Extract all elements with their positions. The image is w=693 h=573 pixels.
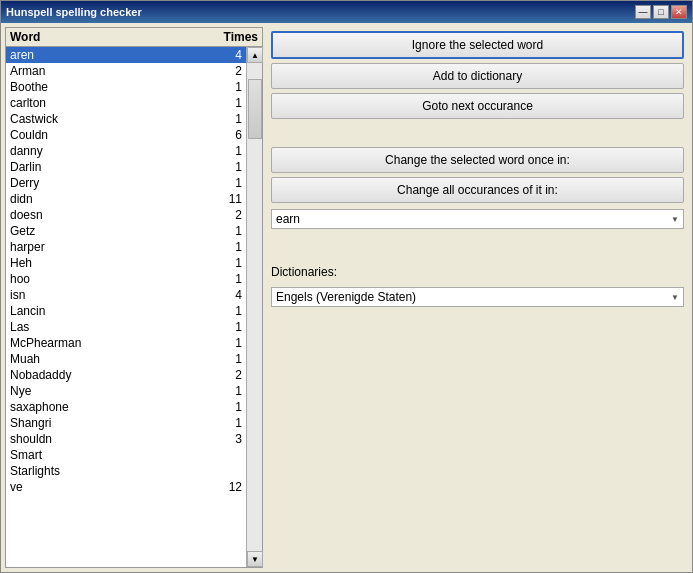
times-cell: 1 bbox=[192, 256, 242, 270]
word-row[interactable]: ve12 bbox=[6, 479, 246, 495]
word-cell: aren bbox=[10, 48, 192, 62]
word-list-panel: Word Times aren4Arman2Boothe1carlton1Cas… bbox=[5, 27, 263, 568]
word-row[interactable]: Heh1 bbox=[6, 255, 246, 271]
word-row[interactable]: Nye1 bbox=[6, 383, 246, 399]
times-cell: 1 bbox=[192, 304, 242, 318]
word-row[interactable]: Muah1 bbox=[6, 351, 246, 367]
times-cell: 4 bbox=[192, 288, 242, 302]
word-cell: Derry bbox=[10, 176, 192, 190]
word-cell: Arman bbox=[10, 64, 192, 78]
header-word: Word bbox=[10, 30, 208, 44]
times-cell: 1 bbox=[192, 400, 242, 414]
word-list[interactable]: aren4Arman2Boothe1carlton1Castwick1Could… bbox=[6, 47, 246, 567]
word-row[interactable]: Starlights bbox=[6, 463, 246, 479]
times-cell: 1 bbox=[192, 336, 242, 350]
word-row[interactable]: shouldn3 bbox=[6, 431, 246, 447]
word-row[interactable]: Derry1 bbox=[6, 175, 246, 191]
word-row[interactable]: carlton1 bbox=[6, 95, 246, 111]
times-cell: 1 bbox=[192, 160, 242, 174]
word-cell: hoo bbox=[10, 272, 192, 286]
word-row[interactable]: Shangri1 bbox=[6, 415, 246, 431]
times-cell bbox=[192, 448, 242, 462]
times-cell: 1 bbox=[192, 80, 242, 94]
window-content: Word Times aren4Arman2Boothe1carlton1Cas… bbox=[1, 23, 692, 572]
scroll-down-btn[interactable]: ▼ bbox=[247, 551, 263, 567]
change-all-button[interactable]: Change all occurances of it in: bbox=[271, 177, 684, 203]
add-dictionary-button[interactable]: Add to dictionary bbox=[271, 63, 684, 89]
goto-next-button[interactable]: Goto next occurance bbox=[271, 93, 684, 119]
title-bar: Hunspell spelling checker — □ ✕ bbox=[1, 1, 692, 23]
word-list-header: Word Times bbox=[6, 28, 262, 47]
word-cell: didn bbox=[10, 192, 192, 206]
word-cell: isn bbox=[10, 288, 192, 302]
word-cell: Nye bbox=[10, 384, 192, 398]
word-cell: Las bbox=[10, 320, 192, 334]
scroll-thumb[interactable] bbox=[248, 79, 262, 139]
word-row[interactable]: harper1 bbox=[6, 239, 246, 255]
times-cell: 1 bbox=[192, 176, 242, 190]
word-cell: Lancin bbox=[10, 304, 192, 318]
word-cell: carlton bbox=[10, 96, 192, 110]
times-cell: 3 bbox=[192, 432, 242, 446]
times-cell: 1 bbox=[192, 144, 242, 158]
times-cell: 1 bbox=[192, 224, 242, 238]
times-cell bbox=[192, 464, 242, 478]
spacer1 bbox=[271, 123, 684, 143]
suggestion-value: earn bbox=[276, 212, 671, 226]
word-row[interactable]: Darlin1 bbox=[6, 159, 246, 175]
scroll-track[interactable] bbox=[247, 63, 262, 551]
word-row[interactable]: Arman2 bbox=[6, 63, 246, 79]
word-row[interactable]: Boothe1 bbox=[6, 79, 246, 95]
maximize-button[interactable]: □ bbox=[653, 5, 669, 19]
word-row[interactable]: McPhearman1 bbox=[6, 335, 246, 351]
word-row[interactable]: Nobadaddy2 bbox=[6, 367, 246, 383]
times-cell: 2 bbox=[192, 368, 242, 382]
suggestion-arrow: ▼ bbox=[671, 215, 679, 224]
times-cell: 1 bbox=[192, 112, 242, 126]
word-row[interactable]: Castwick1 bbox=[6, 111, 246, 127]
word-row[interactable]: Getz1 bbox=[6, 223, 246, 239]
word-cell: danny bbox=[10, 144, 192, 158]
word-row[interactable]: isn4 bbox=[6, 287, 246, 303]
times-cell: 1 bbox=[192, 272, 242, 286]
times-cell: 4 bbox=[192, 48, 242, 62]
word-cell: ve bbox=[10, 480, 192, 494]
scrollbar[interactable]: ▲ ▼ bbox=[246, 47, 262, 567]
word-row[interactable]: didn11 bbox=[6, 191, 246, 207]
spacer2 bbox=[271, 233, 684, 253]
word-cell: saxaphone bbox=[10, 400, 192, 414]
header-times: Times bbox=[208, 30, 258, 44]
word-row[interactable]: Couldn6 bbox=[6, 127, 246, 143]
suggestion-dropdown[interactable]: earn ▼ bbox=[271, 209, 684, 229]
word-row[interactable]: aren4 bbox=[6, 47, 246, 63]
word-cell: Darlin bbox=[10, 160, 192, 174]
dictionary-arrow: ▼ bbox=[671, 293, 679, 302]
times-cell: 1 bbox=[192, 320, 242, 334]
close-button[interactable]: ✕ bbox=[671, 5, 687, 19]
word-cell: Shangri bbox=[10, 416, 192, 430]
ignore-word-button[interactable]: Ignore the selected word bbox=[271, 31, 684, 59]
dictionary-dropdown[interactable]: Engels (Verenigde Staten) ▼ bbox=[271, 287, 684, 307]
word-row[interactable]: saxaphone1 bbox=[6, 399, 246, 415]
word-row[interactable]: Lancin1 bbox=[6, 303, 246, 319]
word-row[interactable]: danny1 bbox=[6, 143, 246, 159]
word-cell: doesn bbox=[10, 208, 192, 222]
word-cell: harper bbox=[10, 240, 192, 254]
word-row[interactable]: hoo1 bbox=[6, 271, 246, 287]
minimize-button[interactable]: — bbox=[635, 5, 651, 19]
times-cell: 1 bbox=[192, 416, 242, 430]
right-panel: Ignore the selected word Add to dictiona… bbox=[267, 27, 688, 568]
word-row[interactable]: doesn2 bbox=[6, 207, 246, 223]
times-cell: 2 bbox=[192, 208, 242, 222]
word-row[interactable]: Las1 bbox=[6, 319, 246, 335]
list-container: aren4Arman2Boothe1carlton1Castwick1Could… bbox=[6, 47, 262, 567]
scroll-up-btn[interactable]: ▲ bbox=[247, 47, 263, 63]
word-cell: Boothe bbox=[10, 80, 192, 94]
change-once-button[interactable]: Change the selected word once in: bbox=[271, 147, 684, 173]
times-cell: 1 bbox=[192, 96, 242, 110]
word-cell: Nobadaddy bbox=[10, 368, 192, 382]
word-cell: Smart bbox=[10, 448, 192, 462]
word-row[interactable]: Smart bbox=[6, 447, 246, 463]
word-cell: Starlights bbox=[10, 464, 192, 478]
times-cell: 6 bbox=[192, 128, 242, 142]
